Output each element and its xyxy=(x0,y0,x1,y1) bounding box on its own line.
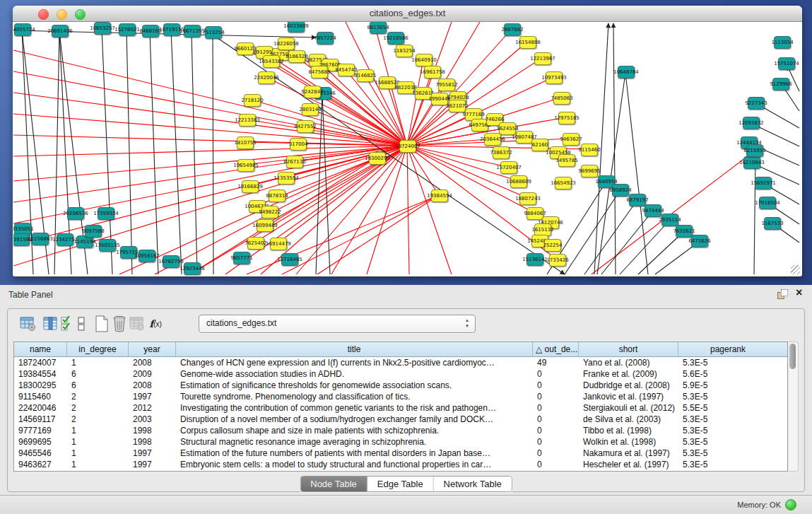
table-row[interactable]: 1872400712008Changes of HCN gene express… xyxy=(14,357,787,368)
table-row[interactable]: 2242004622012Investigating the contribut… xyxy=(14,402,787,414)
graph-node[interactable]: 15276021 xyxy=(119,23,136,36)
window-resize-grip[interactable] xyxy=(791,265,800,274)
column-header-name[interactable]: name xyxy=(14,342,67,356)
graph-node[interactable]: 12975185 xyxy=(558,112,575,124)
graph-node[interactable]: 2887682 xyxy=(504,23,521,36)
import-table-icon[interactable] xyxy=(128,315,146,333)
graph-node[interactable]: 7485063 xyxy=(553,92,570,105)
graph-node[interactable]: 12342757 xyxy=(57,233,73,246)
column-header-in-degree[interactable]: in_degree xyxy=(67,342,129,356)
graph-node[interactable]: 12213383 xyxy=(239,114,256,127)
column-header-out-de-[interactable]: △ out_de... xyxy=(533,342,579,356)
graph-node[interactable]: 8958924 xyxy=(612,184,629,197)
graph-node[interactable]: 15720407 xyxy=(500,161,517,174)
graph-node[interactable]: 8454743 xyxy=(338,64,355,76)
graph-node[interactable]: 8878314 xyxy=(269,189,286,202)
select-columns-icon[interactable] xyxy=(60,315,74,333)
graph-node[interactable]: 7632621 xyxy=(676,225,693,238)
graph-node[interactable]: 8475685 xyxy=(311,66,328,78)
graph-node[interactable]: 22420046 xyxy=(258,71,275,84)
graph-node[interactable]: 9699695 xyxy=(581,165,598,177)
graph-node[interactable]: 18640910 xyxy=(416,54,433,66)
graph-node[interactable]: 9463627 xyxy=(563,133,579,146)
graph-node[interactable]: 16782759 xyxy=(163,255,180,268)
graph-node[interactable]: 2718120 xyxy=(244,94,261,107)
graph-node[interactable]: 2935114 xyxy=(661,214,678,226)
graph-node[interactable]: 9146821 xyxy=(357,69,374,82)
graph-node[interactable]: 15716485 xyxy=(281,253,298,266)
column-header-year[interactable]: year xyxy=(129,342,176,356)
graph-node[interactable]: 13505135 xyxy=(99,239,116,252)
graph-node[interactable]: 15136141 xyxy=(526,253,543,266)
graph-node[interactable]: 1495785 xyxy=(558,154,575,167)
graph-node[interactable]: 8215953 xyxy=(746,144,763,157)
graph-node[interactable]: 8267130 xyxy=(286,156,303,168)
graph-node[interactable]: 16914479 xyxy=(270,238,287,250)
table-row[interactable]: 1456911722003Disruption of a novel membe… xyxy=(14,414,787,425)
graph-node[interactable]: 1167533 xyxy=(764,217,781,230)
graph-node[interactable]: 18226058 xyxy=(278,37,295,50)
graph-node[interactable]: 16543382 xyxy=(263,55,280,68)
graph-node[interactable]: 6471626 xyxy=(691,235,708,247)
graph-node[interactable]: 10807487 xyxy=(516,131,533,144)
graph-node[interactable]: 10688609 xyxy=(510,175,527,188)
graph-node[interactable]: 7625402 xyxy=(247,237,264,250)
column-header-title[interactable]: title xyxy=(176,342,533,356)
graph-node[interactable]: 17359924 xyxy=(98,207,114,220)
graph-node[interactable]: 12213967 xyxy=(534,52,551,65)
graph-node[interactable]: 8427552 xyxy=(297,120,314,133)
graph-node[interactable]: 11353594 xyxy=(278,172,295,185)
table-row[interactable]: 977716911998Corpus callosum shape and si… xyxy=(14,425,787,436)
graph-node[interactable]: 8466160 xyxy=(142,25,159,37)
graph-node[interactable]: 1810755 xyxy=(237,136,254,149)
graph-node[interactable]: 9242848 xyxy=(304,86,321,98)
tab-network-table[interactable]: Network Table xyxy=(434,477,512,491)
graph-node[interactable]: 15688520 xyxy=(379,76,396,89)
graph-node[interactable]: 24055724 xyxy=(14,23,31,36)
graph-node[interactable]: 1183254 xyxy=(396,45,413,57)
graph-node[interactable]: 10719155 xyxy=(163,23,180,36)
graph-node[interactable]: 9115460 xyxy=(581,144,598,156)
table-row[interactable]: 969969511998Structural magnetic resonanc… xyxy=(14,436,787,448)
function-builder-icon[interactable]: f(x) xyxy=(146,315,165,333)
graph-node[interactable]: 10653257 xyxy=(94,22,111,35)
graph-node[interactable]: 10648784 xyxy=(618,66,635,78)
graph-node[interactable]: 9474444 xyxy=(645,204,661,217)
column-header-pagerank[interactable]: pagerank xyxy=(678,342,777,356)
graph-node[interactable]: 10973493 xyxy=(546,71,563,84)
graph-node[interactable]: 20206536 xyxy=(67,207,84,220)
graph-node[interactable]: 15751074 xyxy=(778,57,795,70)
window-titlebar[interactable]: citations_edges.txt xyxy=(13,6,802,22)
graph-node[interactable]: 9097588 xyxy=(85,225,102,238)
table-row[interactable]: 911546021997Tourette syndrome. Phenomeno… xyxy=(14,391,787,402)
table-scrollbar-thumb[interactable] xyxy=(789,344,796,369)
tab-node-table[interactable]: Node Table xyxy=(300,477,367,491)
float-panel-icon[interactable] xyxy=(777,289,789,299)
graph-node[interactable]: 7857224 xyxy=(317,32,334,45)
graph-node[interactable]: 19384554 xyxy=(431,189,448,202)
graph-node[interactable]: 7513254 xyxy=(205,26,222,39)
table-scrollbar[interactable] xyxy=(789,341,799,472)
graph-node[interactable]: 17016504 xyxy=(759,197,776,209)
graph-node[interactable]: 16210643 xyxy=(743,156,760,169)
graph-node[interactable]: 8813054 xyxy=(370,22,387,34)
graph-node[interactable]: 9227343 xyxy=(748,97,765,110)
table-mode-icon[interactable] xyxy=(19,315,37,333)
delete-columns-icon[interactable] xyxy=(110,315,129,333)
graph-node[interactable]: 15692971 xyxy=(755,177,772,189)
row-height-icon[interactable] xyxy=(76,315,87,333)
graph-node[interactable]: 16654923 xyxy=(555,177,572,189)
graph-node[interactable]: 19218586 xyxy=(387,32,404,45)
graph-node[interactable]: 18724007 xyxy=(399,140,416,153)
graph-node[interactable]: 16154808 xyxy=(519,36,536,49)
graph-node[interactable]: 7386372 xyxy=(493,146,510,159)
graph-node[interactable]: 16671355 xyxy=(184,25,201,37)
graph-node[interactable]: 12923448 xyxy=(184,262,201,275)
graph-node[interactable]: 252254 xyxy=(544,239,561,252)
graph-node[interactable]: 7955812 xyxy=(438,78,455,91)
graph-node[interactable]: 2803144 xyxy=(302,103,319,116)
graph-node[interactable]: 1113054 xyxy=(774,36,791,49)
graph-node[interactable]: 16099489 xyxy=(257,219,273,232)
graph-node[interactable]: 8186328 xyxy=(288,50,305,63)
close-panel-icon[interactable]: × xyxy=(796,287,802,298)
